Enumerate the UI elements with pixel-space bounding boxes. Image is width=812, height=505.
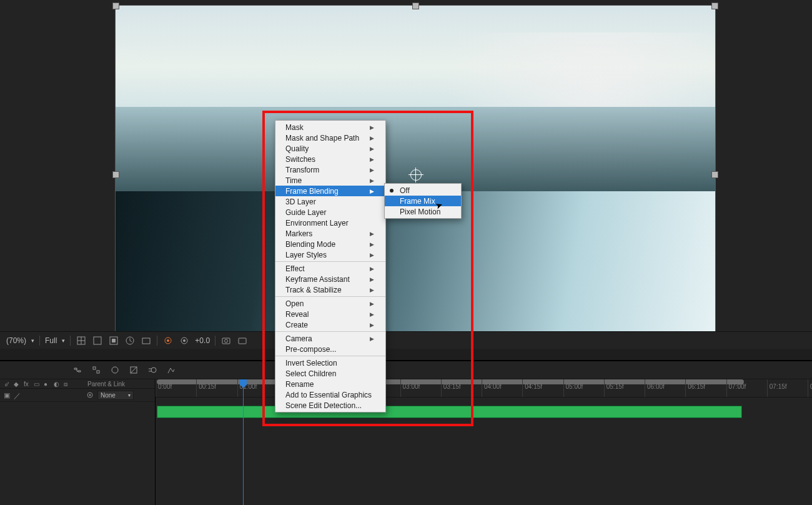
layer-context-menu[interactable]: Mask▶Mask and Shape Path▶Quality▶Switche… bbox=[275, 120, 386, 412]
resolution-dropdown[interactable]: Full bbox=[45, 336, 65, 345]
timeline-ruler-area[interactable]: 0:00f00:15f01:00f01:15f02:00f02:15f03:00… bbox=[156, 379, 812, 505]
menu-item-label: Add to Essential Graphics bbox=[285, 391, 372, 399]
submenu-item-pixel-motion[interactable]: Pixel Motion bbox=[385, 206, 461, 217]
render-queue-icon[interactable] bbox=[91, 364, 102, 376]
anchor-point-icon[interactable] bbox=[410, 169, 422, 181]
separator bbox=[70, 336, 71, 346]
timeline-layer-columns: 🜚 ◆ fx ▭ ● ◐ ⧈ Parent & Link ▣ bbox=[0, 379, 156, 505]
selection-handle[interactable] bbox=[711, 171, 718, 178]
exposure-reset-icon[interactable] bbox=[179, 335, 190, 346]
chevron-right-icon: ▶ bbox=[370, 287, 374, 293]
graph-editor-icon[interactable] bbox=[166, 364, 177, 376]
menu-item-keyframe-assistant[interactable]: Keyframe Assistant▶ bbox=[275, 274, 385, 284]
frame-blend-icon[interactable] bbox=[128, 364, 139, 376]
menu-item-select-children[interactable]: Select Children bbox=[275, 368, 385, 379]
menu-item-mask[interactable]: Mask▶ bbox=[275, 122, 385, 132]
guides-icon[interactable] bbox=[92, 335, 103, 346]
layer-columns-header: 🜚 ◆ fx ▭ ● ◐ ⧈ Parent & Link bbox=[0, 379, 155, 389]
playhead[interactable] bbox=[243, 379, 244, 505]
menu-item-scene-edit-detection[interactable]: Scene Edit Detection... bbox=[275, 400, 385, 411]
grid-icon[interactable] bbox=[76, 335, 87, 346]
fx-icon: fx bbox=[24, 381, 31, 387]
composition-preview: (70%) Full +0.0 bbox=[0, 0, 812, 349]
time-tick: 00:15f bbox=[196, 379, 216, 397]
svg-line-21 bbox=[131, 367, 137, 373]
mask-icon[interactable] bbox=[108, 335, 119, 346]
submenu-item-frame-mix[interactable]: Frame Mix bbox=[385, 196, 461, 206]
frame-blending-submenu[interactable]: OffFrame MixPixel Motion bbox=[384, 183, 462, 219]
menu-item-add-to-essential-graphics[interactable]: Add to Essential Graphics bbox=[275, 389, 385, 400]
magnification-dropdown[interactable]: (70%) bbox=[6, 336, 34, 345]
chevron-right-icon: ▶ bbox=[370, 188, 374, 194]
menu-item-markers[interactable]: Markers▶ bbox=[275, 228, 385, 239]
preview-toolbar: (70%) Full +0.0 bbox=[0, 331, 812, 349]
menu-item-camera[interactable]: Camera▶ bbox=[275, 333, 385, 344]
parent-dropdown[interactable]: None bbox=[97, 391, 134, 400]
shy-icon[interactable] bbox=[109, 364, 121, 376]
menu-item-label: Track & Stabilize bbox=[285, 286, 342, 294]
chevron-right-icon: ▶ bbox=[370, 156, 374, 162]
chevron-right-icon: ▶ bbox=[370, 167, 374, 173]
preview-canvas[interactable] bbox=[115, 5, 716, 344]
submenu-item-label: Frame Mix bbox=[400, 197, 435, 206]
menu-item-time[interactable]: Time▶ bbox=[275, 175, 385, 186]
time-ruler[interactable]: 0:00f00:15f01:00f01:15f02:00f02:15f03:00… bbox=[156, 379, 812, 398]
menu-item-label: Create bbox=[285, 321, 308, 329]
chevron-right-icon: ▶ bbox=[370, 124, 374, 131]
selection-handle[interactable] bbox=[711, 2, 718, 9]
chevron-right-icon: ▶ bbox=[370, 336, 374, 342]
menu-item-pre-compose[interactable]: Pre-compose... bbox=[275, 344, 385, 354]
selection-handle[interactable] bbox=[412, 2, 419, 9]
pickwhip-icon[interactable] bbox=[86, 391, 94, 399]
layer-duration-bar[interactable] bbox=[157, 406, 742, 418]
menu-item-environment-layer[interactable]: Environment Layer bbox=[275, 218, 385, 228]
menu-item-transform[interactable]: Transform▶ bbox=[275, 164, 385, 175]
selection-handle[interactable] bbox=[112, 171, 119, 178]
menu-item-label: Select Children bbox=[285, 369, 336, 378]
menu-item-blending-mode[interactable]: Blending Mode▶ bbox=[275, 239, 385, 249]
channel-icon[interactable] bbox=[162, 335, 174, 346]
menu-item-create[interactable]: Create▶ bbox=[275, 319, 385, 330]
motion-blur-icon[interactable] bbox=[147, 364, 158, 376]
menu-item-label: Mask and Shape Path bbox=[285, 134, 359, 142]
exposure-value[interactable]: +0.0 bbox=[195, 336, 210, 345]
svg-point-22 bbox=[151, 368, 156, 372]
menu-item-label: Scene Edit Detection... bbox=[285, 401, 362, 410]
menu-item-3d-layer[interactable]: 3D Layer bbox=[275, 196, 385, 207]
menu-item-rename[interactable]: Rename bbox=[275, 379, 385, 389]
menu-item-label: Time bbox=[285, 176, 302, 185]
solo-toggle-icon[interactable]: ／ bbox=[14, 391, 21, 399]
av-toggle-icon[interactable]: ▣ bbox=[4, 391, 11, 399]
menu-item-open[interactable]: Open▶ bbox=[275, 298, 385, 309]
menu-item-track-stabilize[interactable]: Track & Stabilize▶ bbox=[275, 284, 385, 295]
menu-item-quality[interactable]: Quality▶ bbox=[275, 143, 385, 154]
time-icon[interactable] bbox=[124, 335, 136, 346]
checked-icon bbox=[390, 189, 394, 192]
time-tick: 08:00f bbox=[808, 379, 812, 397]
3d-col-icon: ⧈ bbox=[64, 381, 71, 387]
svg-rect-16 bbox=[239, 338, 246, 344]
menu-item-guide-layer[interactable]: Guide Layer bbox=[275, 207, 385, 218]
menu-item-reveal[interactable]: Reveal▶ bbox=[275, 309, 385, 319]
svg-point-11 bbox=[167, 339, 169, 342]
time-tick: 04:15f bbox=[522, 379, 542, 397]
svg-line-8 bbox=[130, 341, 132, 342]
snapshot-region-icon[interactable] bbox=[141, 335, 152, 346]
show-snapshot-icon[interactable] bbox=[237, 335, 248, 346]
menu-item-switches[interactable]: Switches▶ bbox=[275, 154, 385, 164]
menu-item-frame-blending[interactable]: Frame Blending▶ bbox=[275, 186, 385, 196]
menu-item-invert-selection[interactable]: Invert Selection bbox=[275, 358, 385, 368]
submenu-item-off[interactable]: Off bbox=[385, 185, 461, 196]
menu-separator bbox=[275, 261, 385, 262]
menu-item-effect[interactable]: Effect▶ bbox=[275, 263, 385, 274]
selection-handle[interactable] bbox=[112, 2, 119, 9]
comp-flow-icon[interactable] bbox=[72, 364, 83, 376]
time-tick: 0:00f bbox=[156, 379, 172, 397]
time-tick: 03:00f bbox=[400, 379, 420, 397]
chevron-right-icon: ▶ bbox=[370, 276, 374, 282]
panel-divider[interactable] bbox=[0, 349, 812, 361]
menu-item-layer-styles[interactable]: Layer Styles▶ bbox=[275, 249, 385, 260]
layer-row[interactable]: ▣ ／ None bbox=[0, 389, 155, 402]
menu-item-mask-and-shape-path[interactable]: Mask and Shape Path▶ bbox=[275, 132, 385, 143]
camera-snapshot-icon[interactable] bbox=[220, 335, 232, 346]
